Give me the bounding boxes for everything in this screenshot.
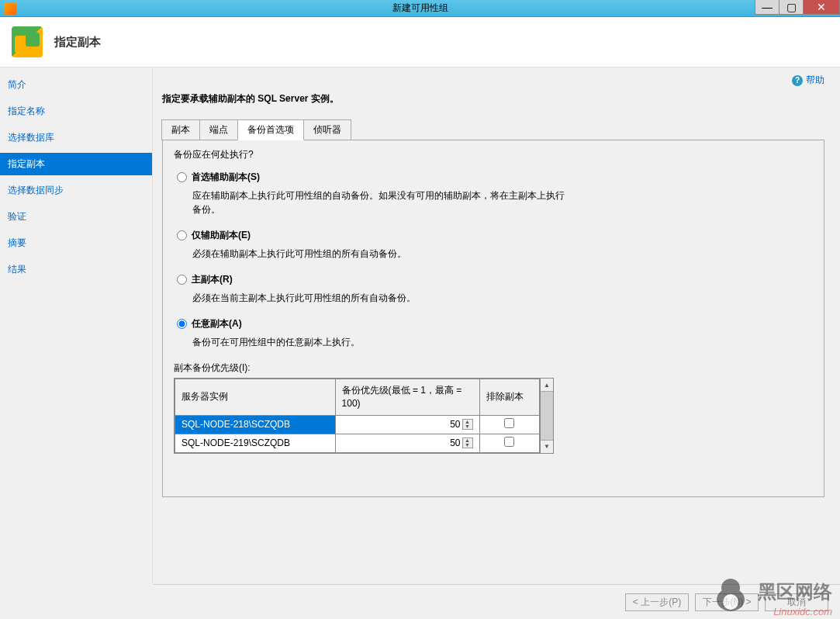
sidebar-item-database[interactable]: 选择数据库: [0, 126, 152, 149]
tab-endpoint[interactable]: 端点: [199, 119, 238, 140]
maximize-button[interactable]: ▢: [779, 0, 804, 15]
wizard-icon: [12, 26, 43, 57]
cell-server: SQL-NODE-219\SCZQDB: [175, 434, 336, 452]
radio-primary[interactable]: [177, 275, 187, 285]
minimize-button[interactable]: —: [755, 0, 780, 15]
sidebar: 简介 指定名称 选择数据库 指定副本 选择数据同步 验证 摘要 结果: [0, 67, 153, 584]
scroll-down-icon[interactable]: ▼: [541, 440, 553, 453]
radio-label: 首选辅助副本(S): [192, 171, 260, 184]
sidebar-item-sync[interactable]: 选择数据同步: [0, 179, 152, 202]
cell-exclude: [479, 415, 540, 434]
app-icon: [4, 2, 16, 15]
instruction-label: 指定要承载辅助副本的 SQL Server 实例。: [162, 92, 824, 105]
sidebar-item-intro[interactable]: 简介: [0, 74, 152, 96]
content-area: ? 帮助 指定要承载辅助副本的 SQL Server 实例。 副本 端点 备份首…: [153, 67, 840, 584]
sidebar-item-replica[interactable]: 指定副本: [0, 153, 152, 175]
watermark-url: Linuxidc.com: [773, 606, 832, 617]
radio-desc: 应在辅助副本上执行此可用性组的自动备份。如果没有可用的辅助副本，将在主副本上执行…: [192, 188, 565, 216]
page-title: 指定副本: [54, 35, 101, 50]
radio-any[interactable]: [177, 319, 187, 329]
radio-desc: 必须在辅助副本上执行此可用性组的所有自动备份。: [192, 247, 565, 261]
radio-prefer-secondary[interactable]: [177, 172, 187, 182]
radio-desc: 必须在当前主副本上执行此可用性组的所有自动备份。: [192, 291, 565, 305]
col-header-exclude[interactable]: 排除副本: [479, 379, 540, 416]
cell-server: SQL-NODE-218\SCZQDB: [175, 415, 336, 434]
priority-value: 50: [450, 437, 460, 448]
main-container: 简介 指定名称 选择数据库 指定副本 选择数据同步 验证 摘要 结果 ? 帮助 …: [0, 67, 840, 584]
radio-label: 主副本(R): [192, 273, 233, 286]
radio-secondary-only[interactable]: [177, 230, 187, 240]
scroll-up-icon[interactable]: ▲: [541, 379, 553, 392]
scroll-track[interactable]: [541, 392, 553, 440]
radio-desc: 备份可在可用性组中的任意副本上执行。: [192, 335, 565, 349]
backup-location-radio-group: 首选辅助副本(S) 应在辅助副本上执行此可用性组的自动备份。如果没有可用的辅助副…: [177, 171, 813, 349]
cell-priority[interactable]: 50 ▲▼: [335, 434, 479, 452]
radio-label: 仅辅助副本(E): [192, 229, 251, 242]
sidebar-item-result[interactable]: 结果: [0, 258, 152, 281]
table-scrollbar[interactable]: ▲ ▼: [540, 379, 553, 453]
radio-option-primary: 主副本(R) 必须在当前主副本上执行此可用性组的所有自动备份。: [177, 273, 813, 305]
radio-label: 任意副本(A): [192, 317, 242, 330]
priority-table: 服务器实例 备份优先级(最低 = 1，最高 = 100) 排除副本 SQL-NO…: [175, 379, 540, 453]
sidebar-item-validate[interactable]: 验证: [0, 206, 152, 228]
window-controls: — ▢ ✕: [755, 0, 840, 15]
spin-down-icon[interactable]: ▼: [463, 424, 472, 429]
priority-table-wrapper: 服务器实例 备份优先级(最低 = 1，最高 = 100) 排除副本 SQL-NO…: [174, 378, 554, 454]
priority-table-label: 副本备份优先级(I):: [174, 361, 813, 375]
radio-option-any: 任意副本(A) 备份可在可用性组中的任意副本上执行。: [177, 317, 813, 349]
tab-content: 备份应在何处执行? 首选辅助副本(S) 应在辅助副本上执行此可用性组的自动备份。…: [162, 140, 824, 497]
col-header-priority[interactable]: 备份优先级(最低 = 1，最高 = 100): [335, 379, 479, 416]
table-row[interactable]: SQL-NODE-219\SCZQDB 50 ▲▼: [175, 434, 540, 452]
spinner-buttons[interactable]: ▲▼: [462, 419, 473, 430]
cell-priority[interactable]: 50 ▲▼: [335, 415, 479, 434]
question-label: 备份应在何处执行?: [174, 148, 813, 161]
spinner-buttons[interactable]: ▲▼: [462, 437, 473, 448]
priority-value: 50: [450, 419, 460, 430]
exclude-checkbox[interactable]: [504, 418, 514, 428]
sidebar-item-summary[interactable]: 摘要: [0, 232, 152, 254]
tab-replica[interactable]: 副本: [161, 119, 200, 140]
next-button[interactable]: 下一步(N) >: [695, 593, 759, 611]
tabs: 副本 端点 备份首选项 侦听器: [161, 119, 824, 140]
footer: < 上一步(P) 下一步(N) > 取消: [154, 584, 840, 619]
help-label: 帮助: [806, 74, 824, 87]
header-section: 指定副本: [0, 17, 840, 67]
table-row[interactable]: SQL-NODE-218\SCZQDB 50 ▲▼: [175, 415, 540, 434]
exclude-checkbox[interactable]: [504, 437, 514, 447]
help-icon: ?: [792, 75, 803, 86]
radio-option-prefer-secondary: 首选辅助副本(S) 应在辅助副本上执行此可用性组的自动备份。如果没有可用的辅助副…: [177, 171, 813, 216]
col-header-server[interactable]: 服务器实例: [175, 379, 336, 416]
sidebar-item-name[interactable]: 指定名称: [0, 100, 152, 123]
tab-backup-pref[interactable]: 备份首选项: [237, 119, 304, 140]
spin-down-icon[interactable]: ▼: [463, 443, 472, 448]
help-link[interactable]: ? 帮助: [792, 74, 824, 87]
titlebar: 新建可用性组 — ▢ ✕: [0, 0, 840, 17]
radio-option-secondary-only: 仅辅助副本(E) 必须在辅助副本上执行此可用性组的所有自动备份。: [177, 229, 813, 261]
window-title: 新建可用性组: [392, 2, 448, 15]
close-button[interactable]: ✕: [803, 0, 840, 15]
cell-exclude: [479, 434, 540, 452]
tab-listener[interactable]: 侦听器: [303, 119, 351, 140]
prev-button[interactable]: < 上一步(P): [625, 593, 689, 611]
